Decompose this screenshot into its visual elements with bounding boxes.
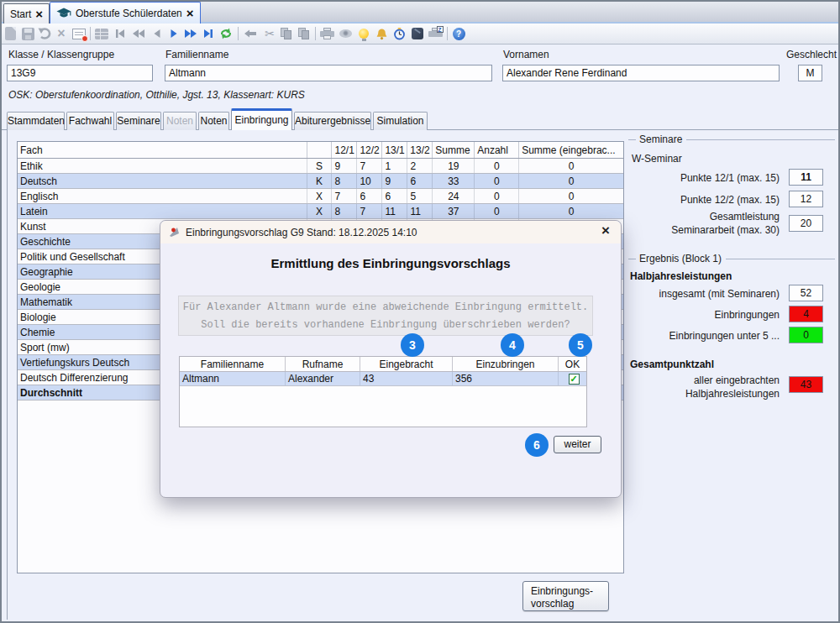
edit-form-icon[interactable] [71, 25, 87, 42]
geschlecht-input[interactable]: M [798, 65, 822, 81]
einbringungsvorschlag-button-line1: Einbringungs- [531, 585, 608, 598]
close-tab-icon[interactable]: × [186, 9, 194, 18]
tab-noten[interactable]: Noten [198, 112, 229, 130]
dialog-icon [168, 226, 181, 238]
table-cell: 10 [357, 174, 382, 188]
vornamen-input[interactable]: Alexander Rene Ferdinand [502, 65, 780, 81]
column-header-fach[interactable]: Fach [18, 142, 307, 158]
refresh-icon[interactable] [218, 25, 234, 42]
table-cell: 37 [433, 204, 475, 218]
halbjahresleistungen-heading: Halbjahresleistungen [630, 270, 732, 282]
table-row[interactable]: EnglischX76652400 [18, 189, 623, 204]
familienname-label: Familienname [165, 49, 228, 60]
fast-backward-icon[interactable] [130, 25, 147, 42]
einbringungsvorschlag-button-line2: vorschlag [531, 598, 608, 610]
tab-seminare[interactable]: Seminare [116, 112, 161, 130]
copy-icon[interactable] [278, 25, 295, 42]
einbringungen-unter-5-value[interactable]: 0 [789, 327, 823, 343]
familienname-input[interactable]: Altmann [165, 65, 492, 81]
window-tab-start[interactable]: Start × [3, 3, 50, 24]
hint-bulb-icon[interactable] [355, 25, 372, 42]
dialog-table-row[interactable]: Altmann Alexander 43 356 ✓ [180, 372, 586, 386]
column-header-13-1[interactable]: 13/1 [382, 142, 407, 158]
gesamtpunktzahl-heading: Gesamtpunktzahl [630, 359, 714, 370]
table-cell: 8 [332, 204, 357, 218]
back-arrow-icon[interactable] [242, 25, 259, 42]
window-tab-schuelerdaten-label: Oberstufe Schülerdaten [76, 8, 182, 19]
dialog-titlebar[interactable]: Einbringungsvorschlag G9 Stand: 18.12.20… [160, 221, 621, 243]
column-header-summe-eingebracht[interactable]: Summe (eingebrac... [519, 142, 623, 158]
gesamtleistung-value[interactable]: 20 [789, 215, 823, 232]
dialog-table-header: Familienname Rufname Eingebracht Einzubr… [180, 357, 586, 372]
tab-simulation[interactable]: Simulation [373, 112, 428, 130]
dialog-column-rufname[interactable]: Rufname [286, 357, 360, 371]
window-tab-start-label: Start [10, 8, 31, 20]
tab-fachwahl[interactable]: Fachwahl [66, 112, 114, 130]
column-header-13-2[interactable]: 13/2 [407, 142, 433, 158]
first-record-icon[interactable] [112, 25, 129, 42]
dialog-column-ok[interactable]: OK [559, 357, 586, 371]
einbringungsvorschlag-button[interactable]: Einbringungs- vorschlag [522, 581, 609, 611]
table-cell: 7 [332, 189, 357, 203]
save-icon[interactable] [19, 25, 36, 42]
print-z-icon[interactable]: Z [427, 25, 444, 42]
column-header-summe[interactable]: Summe [433, 142, 475, 158]
insgesamt-value[interactable]: 52 [789, 285, 823, 301]
dialog-message-line2: Soll die bereits vorhandene Einbringung … [179, 317, 592, 334]
tab-einbringung[interactable]: Einbringung [231, 108, 292, 130]
fast-forward-icon[interactable] [182, 25, 199, 42]
toolbar-separator [315, 27, 316, 40]
punkte-122-label: Punkte 12/2 (max. 15) [588, 194, 780, 206]
einbringungen-value[interactable]: 4 [789, 306, 823, 322]
table-cell: 19 [433, 159, 475, 173]
column-header-anzahl[interactable]: Anzahl [475, 142, 519, 158]
weiter-button[interactable]: weiter [554, 436, 601, 453]
paste-icon[interactable] [296, 25, 312, 42]
column-header-12-2[interactable]: 12/2 [357, 142, 382, 158]
table-cell: 11 [407, 204, 433, 218]
gesamt-value[interactable]: 43 [789, 376, 823, 393]
table-cell: 24 [433, 189, 475, 203]
dialog-message-line1: Für Alexander Altmann wurde eine abweich… [179, 299, 592, 317]
alarm-clock-icon[interactable] [391, 25, 407, 42]
dialog-column-eingebracht[interactable]: Eingebracht [360, 357, 453, 371]
window-tab-bar: Start × Oberstufe Schülerdaten × [0, 0, 840, 24]
previous-record-icon[interactable] [149, 25, 165, 42]
dialog-heading: Ermittlung des Einbringungsvorschlags [160, 256, 621, 270]
delete-icon[interactable]: × [53, 25, 70, 42]
cut-icon[interactable]: ✂ [261, 25, 278, 42]
table-cell: Latein [18, 204, 307, 218]
print-icon[interactable] [318, 25, 335, 42]
last-record-icon[interactable] [200, 25, 217, 42]
help-icon[interactable]: ? [450, 25, 467, 42]
table-row[interactable]: EthikS97121900 [18, 159, 623, 174]
dialog-close-icon[interactable]: × [601, 222, 610, 239]
ok-checkbox[interactable]: ✓ [569, 374, 580, 385]
punkte-122-value[interactable]: 12 [789, 191, 823, 207]
punkte-121-label: Punkte 12/1 (max. 15) [588, 172, 780, 184]
next-record-icon[interactable] [165, 25, 182, 42]
klasse-input[interactable]: 13G9 [7, 65, 153, 81]
tab-noten-disabled: Noten [163, 112, 197, 130]
grades-table-header: Fach 12/1 12/2 13/1 13/2 Summe Anzahl Su… [18, 142, 623, 159]
dialog-column-einzubringen[interactable]: Einzubringen [453, 357, 559, 371]
table-cell: 0 [475, 174, 519, 188]
dialog-column-familienname[interactable]: Familienname [180, 357, 286, 371]
window-tab-schuelerdaten[interactable]: Oberstufe Schülerdaten × [50, 2, 201, 24]
table-cell: 0 [519, 159, 623, 173]
disk-icon[interactable] [337, 25, 354, 42]
seminare-group-title: Seminare [639, 134, 682, 145]
notification-bell-icon[interactable] [373, 25, 390, 42]
data-table-icon[interactable] [93, 25, 110, 42]
new-record-icon[interactable] [2, 25, 18, 42]
tab-stammdaten[interactable]: Stammdaten [7, 112, 65, 130]
table-row[interactable]: LateinX8711113700 [18, 204, 623, 219]
export-dark-icon[interactable] [409, 25, 426, 42]
punkte-121-value[interactable]: 11 [789, 169, 823, 186]
column-header-12-1[interactable]: 12/1 [332, 142, 357, 158]
column-header-typ[interactable] [307, 142, 333, 158]
undo-icon[interactable] [36, 25, 53, 42]
close-tab-icon[interactable]: × [35, 10, 43, 18]
table-row[interactable]: DeutschK810963300 [18, 174, 623, 189]
tab-abiturergebnisse[interactable]: Abiturergebnisse [294, 112, 371, 130]
